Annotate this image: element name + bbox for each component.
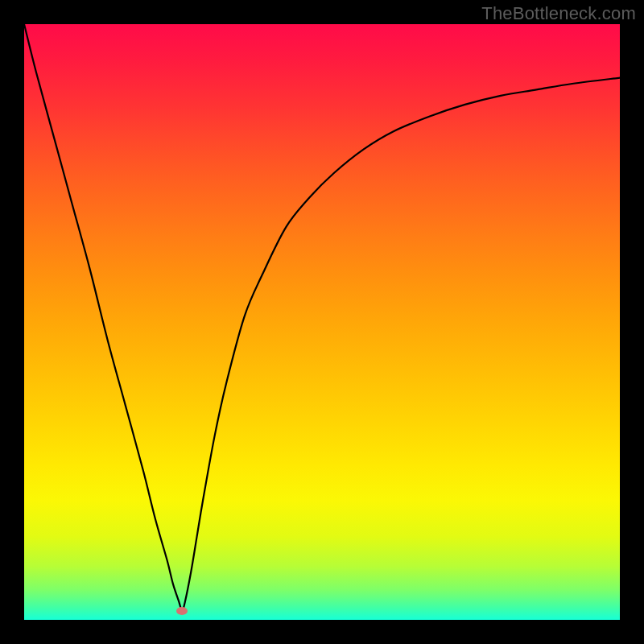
optimal-point-marker [176,607,188,615]
plot-area [24,24,620,620]
bottleneck-curve [24,24,620,611]
chart-frame: TheBottleneck.com [0,0,644,644]
watermark-text: TheBottleneck.com [481,3,636,24]
curve-svg [24,24,620,620]
